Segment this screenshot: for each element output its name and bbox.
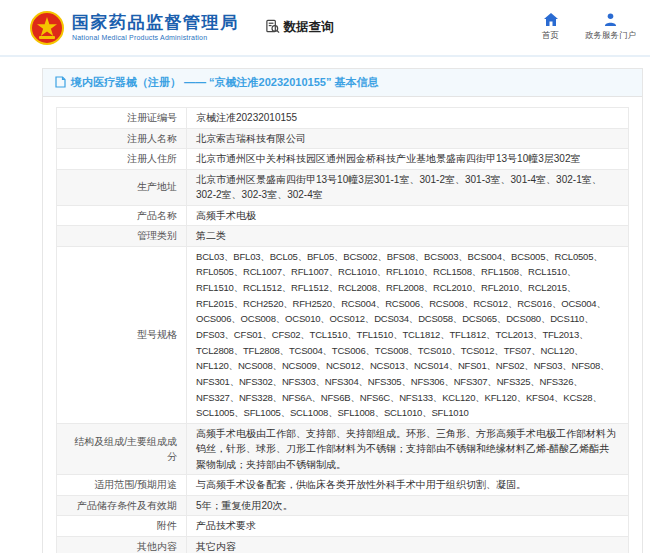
row-label: 附件 bbox=[57, 516, 187, 537]
org-name-en: National Medical Products Administration bbox=[72, 34, 239, 41]
person-icon bbox=[604, 13, 617, 28]
document-search-icon bbox=[265, 19, 280, 37]
row-label: 管理类别 bbox=[57, 226, 187, 247]
nav-home-label: 首页 bbox=[542, 30, 559, 42]
data-query-tab[interactable]: 数据查询 bbox=[265, 19, 334, 37]
table-row: 注册人住所 北京市通州区中关村科技园区通州园金桥科技产业基地景盛南四街甲13号1… bbox=[57, 149, 629, 170]
table-row: 注册人名称 北京索吉瑞科技有限公司 bbox=[57, 128, 629, 149]
nav-home[interactable]: 首页 bbox=[542, 13, 559, 42]
row-value: 5年；重复使用20次。 bbox=[187, 495, 629, 516]
row-value: 与高频手术设备配套，供临床各类开放性外科手术中用于组织切割、凝固。 bbox=[187, 475, 629, 496]
org-name-block: 国家药品监督管理局 National Medical Products Admi… bbox=[72, 14, 239, 42]
row-value: 第二类 bbox=[187, 226, 629, 247]
row-value: 高频手术电极 bbox=[187, 205, 629, 226]
info-table-wrap: 注册证编号 京械注准20232010155 注册人名称 北京索吉瑞科技有限公司 … bbox=[43, 97, 642, 553]
row-label: 注册证编号 bbox=[57, 108, 187, 129]
row-label: 生产地址 bbox=[57, 169, 187, 205]
row-label: 适用范围/预期用途 bbox=[57, 475, 187, 496]
row-value: 北京索吉瑞科技有限公司 bbox=[187, 128, 629, 149]
row-label: 产品名称 bbox=[57, 205, 187, 226]
table-row: 产品名称 高频手术电极 bbox=[57, 205, 629, 226]
site-header: 国家药品监督管理局 National Medical Products Admi… bbox=[0, 0, 650, 57]
row-label: 注册人住所 bbox=[57, 149, 187, 170]
card-title-bar: 境内医疗器械（注册） —— “京械注准20232010155” 基本信息 bbox=[43, 69, 642, 97]
table-row: 生产地址 北京市通州区景盛南四街甲13号10幢3层301-1室、301-2室、3… bbox=[57, 169, 629, 205]
table-row: 适用范围/预期用途 与高频手术设备配套，供临床各类开放性外科手术中用于组织切割、… bbox=[57, 475, 629, 496]
row-label: 注册人名称 bbox=[57, 128, 187, 149]
row-label: 产品储存条件及有效期 bbox=[57, 495, 187, 516]
row-value-models: BCL03、BFL03、BCL05、BFL05、BCS002、BFS08、BCS… bbox=[187, 246, 629, 423]
row-label: 结构及组成/主要组成成分 bbox=[57, 423, 187, 475]
data-query-label: 数据查询 bbox=[284, 19, 334, 36]
national-emblem-logo bbox=[30, 11, 64, 45]
row-label: 型号规格 bbox=[57, 246, 187, 423]
table-row: 其他内容 其它内容 bbox=[57, 536, 629, 553]
table-row: 结构及组成/主要组成成分 高频手术电极由工作部、支持部、夹持部组成。环形、三角形… bbox=[57, 423, 629, 475]
row-value: 北京市通州区中关村科技园区通州园金桥科技产业基地景盛南四街甲13号10幢3层30… bbox=[187, 149, 629, 170]
table-row: 型号规格 BCL03、BFL03、BCL05、BFL05、BCS002、BFS0… bbox=[57, 246, 629, 423]
header-nav: 首页 政务服务门户 bbox=[542, 13, 636, 42]
row-value: 高频手术电极由工作部、支持部、夹持部组成。环形、三角形、方形高频手术电极工作部材… bbox=[187, 423, 629, 475]
page-title: 境内医疗器械（注册） —— “京械注准20232010155” 基本信息 bbox=[71, 75, 378, 90]
org-name-cn: 国家药品监督管理局 bbox=[72, 14, 239, 33]
row-value: 北京市通州区景盛南四街甲13号10幢3层301-1室、301-2室、301-3室… bbox=[187, 169, 629, 205]
detail-card: 境内医疗器械（注册） —— “京械注准20232010155” 基本信息 注册证… bbox=[42, 68, 643, 553]
table-row: 管理类别 第二类 bbox=[57, 226, 629, 247]
table-row: 附件 产品技术要求 bbox=[57, 516, 629, 537]
registration-info-table: 注册证编号 京械注准20232010155 注册人名称 北京索吉瑞科技有限公司 … bbox=[56, 107, 629, 553]
document-icon bbox=[55, 76, 66, 90]
row-label: 其他内容 bbox=[57, 536, 187, 553]
row-value: 京械注准20232010155 bbox=[187, 108, 629, 129]
table-row: 产品储存条件及有效期 5年；重复使用20次。 bbox=[57, 495, 629, 516]
row-value: 其它内容 bbox=[187, 536, 629, 553]
nav-gov-portal[interactable]: 政务服务门户 bbox=[585, 13, 636, 42]
table-row: 注册证编号 京械注准20232010155 bbox=[57, 108, 629, 129]
home-icon bbox=[544, 13, 558, 28]
nav-gov-portal-label: 政务服务门户 bbox=[585, 30, 636, 42]
row-value: 产品技术要求 bbox=[187, 516, 629, 537]
